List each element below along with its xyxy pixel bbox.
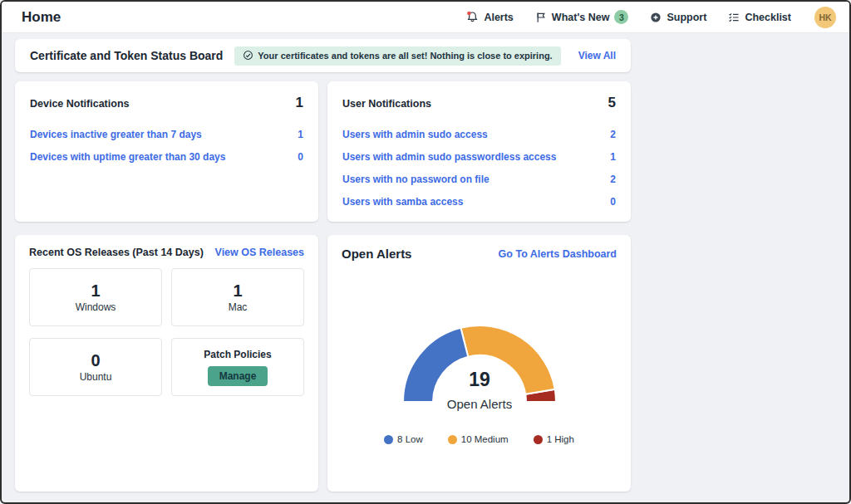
user-notifications-total: 5: [608, 95, 616, 111]
os-tile-mac: 1 Mac: [171, 268, 304, 326]
gauge-svg: 19 Open Alerts: [359, 277, 600, 414]
os-tile-label: Ubuntu: [80, 371, 112, 383]
user-notifications-header: User Notifications 5: [342, 95, 616, 111]
open-alerts-card: Open Alerts Go To Alerts Dashboard 19 Op…: [327, 235, 631, 492]
page-title: Home: [22, 9, 61, 26]
user-notifications-title: User Notifications: [342, 98, 431, 110]
os-tile-value: 0: [91, 351, 100, 369]
nav-checklist-label: Checklist: [745, 12, 791, 23]
whats-new-badge: 3: [614, 10, 628, 24]
check-circle-icon: [243, 50, 253, 62]
os-releases-card: Recent OS Releases (Past 14 Days) View O…: [15, 235, 318, 492]
legend-label: 8 Low: [397, 434, 423, 444]
bell-icon: [466, 11, 479, 23]
go-to-alerts-dashboard-link[interactable]: Go To Alerts Dashboard: [499, 248, 617, 260]
nav-support-label: Support: [667, 12, 706, 23]
os-tiles: 1 Windows 1 Mac 0 Ubuntu Patch Policies …: [29, 268, 304, 396]
nav-alerts[interactable]: Alerts: [466, 11, 513, 23]
view-all-link[interactable]: View All: [578, 50, 616, 61]
user-avatar[interactable]: HK: [814, 7, 836, 28]
legend-dot-high: [534, 435, 543, 444]
device-notification-row[interactable]: Devices with uptime greater than 30 days…: [30, 145, 303, 168]
gauge-center-label: Open Alerts: [446, 397, 511, 411]
patch-policies-tile: Patch Policies Manage: [171, 338, 304, 396]
certificate-status-pill: Your certificates and tokens are all set…: [234, 46, 560, 66]
os-tile-windows: 1 Windows: [29, 268, 162, 326]
user-notification-row[interactable]: Users with admin sudo passwordless acces…: [342, 145, 616, 168]
topbar: Home Alerts What's New 3: [2, 2, 849, 33]
os-tile-value: 1: [91, 281, 100, 300]
user-row-link[interactable]: Users with admin sudo passwordless acces…: [342, 151, 556, 163]
user-row-value: 1: [610, 151, 616, 163]
gauge-center-value: 19: [469, 369, 490, 390]
checklist-icon: [728, 12, 740, 23]
patch-policies-label: Patch Policies: [204, 349, 271, 360]
os-tile-label: Mac: [229, 301, 248, 313]
user-row-link[interactable]: Users with no password on file: [342, 174, 489, 185]
device-notifications-title: Device Notifications: [30, 98, 129, 110]
user-notifications-card: User Notifications 5 Users with admin su…: [327, 81, 631, 222]
device-row-link[interactable]: Devices inactive greater than 7 days: [30, 129, 202, 140]
device-notifications-header: Device Notifications 1: [30, 95, 303, 111]
device-row-value: 1: [298, 129, 303, 140]
nav-whats-new[interactable]: What's New 3: [535, 10, 629, 24]
gauge-legend: 8 Low 10 Medium 1 High: [342, 434, 617, 444]
certificate-board-title: Certificate and Token Status Board: [30, 49, 223, 62]
legend-item-high: 1 High: [534, 434, 574, 444]
user-row-value: 0: [610, 196, 616, 208]
os-tile-ubuntu: 0 Ubuntu: [29, 338, 162, 396]
device-notification-rows: Devices inactive greater than 7 days 1 D…: [30, 123, 303, 168]
legend-dot-low: [384, 435, 393, 444]
user-notification-row[interactable]: Users with no password on file 2: [342, 168, 616, 190]
legend-dot-medium: [448, 435, 457, 444]
cards-grid: Device Notifications 1 Devices inactive …: [15, 81, 849, 492]
device-row-value: 0: [298, 151, 303, 163]
legend-item-low: 8 Low: [384, 434, 423, 444]
user-row-link[interactable]: Users with samba access: [342, 196, 463, 208]
os-tile-label: Windows: [76, 301, 116, 313]
device-notifications-card: Device Notifications 1 Devices inactive …: [15, 81, 318, 222]
open-alerts-title: Open Alerts: [342, 247, 411, 261]
main-content: Certificate and Token Status Board Your …: [2, 33, 849, 492]
certificate-status-message: Your certificates and tokens are all set…: [258, 51, 552, 61]
user-notification-rows: Users with admin sudo access 2 Users wit…: [342, 123, 616, 213]
os-releases-header: Recent OS Releases (Past 14 Days) View O…: [29, 247, 304, 258]
plus-circle-icon: [650, 12, 662, 23]
user-row-value: 2: [610, 174, 616, 185]
flag-icon: [535, 12, 547, 23]
device-notification-row[interactable]: Devices inactive greater than 7 days 1: [30, 123, 303, 145]
user-notification-row[interactable]: Users with admin sudo access 2: [342, 123, 616, 145]
open-alerts-header: Open Alerts Go To Alerts Dashboard: [342, 247, 617, 261]
nav-whats-new-label: What's New: [552, 12, 610, 23]
user-notification-row[interactable]: Users with samba access 0: [342, 190, 616, 213]
top-navigation: Alerts What's New 3 Support: [466, 7, 836, 28]
legend-label: 10 Medium: [461, 434, 509, 444]
nav-support[interactable]: Support: [650, 12, 706, 23]
os-releases-title: Recent OS Releases (Past 14 Days): [29, 247, 204, 258]
manage-button[interactable]: Manage: [208, 366, 268, 386]
legend-item-medium: 10 Medium: [448, 434, 509, 444]
nav-checklist[interactable]: Checklist: [728, 12, 791, 23]
nav-alerts-label: Alerts: [484, 12, 513, 23]
user-row-value: 2: [610, 129, 616, 140]
certificate-status-board: Certificate and Token Status Board Your …: [15, 39, 631, 72]
legend-label: 1 High: [547, 434, 574, 444]
device-row-link[interactable]: Devices with uptime greater than 30 days: [30, 151, 225, 163]
alerts-gauge: 19 Open Alerts: [342, 277, 617, 414]
user-row-link[interactable]: Users with admin sudo access: [342, 129, 488, 140]
os-tile-value: 1: [233, 281, 242, 300]
view-os-releases-link[interactable]: View OS Releases: [215, 247, 304, 258]
device-notifications-total: 1: [296, 95, 303, 111]
